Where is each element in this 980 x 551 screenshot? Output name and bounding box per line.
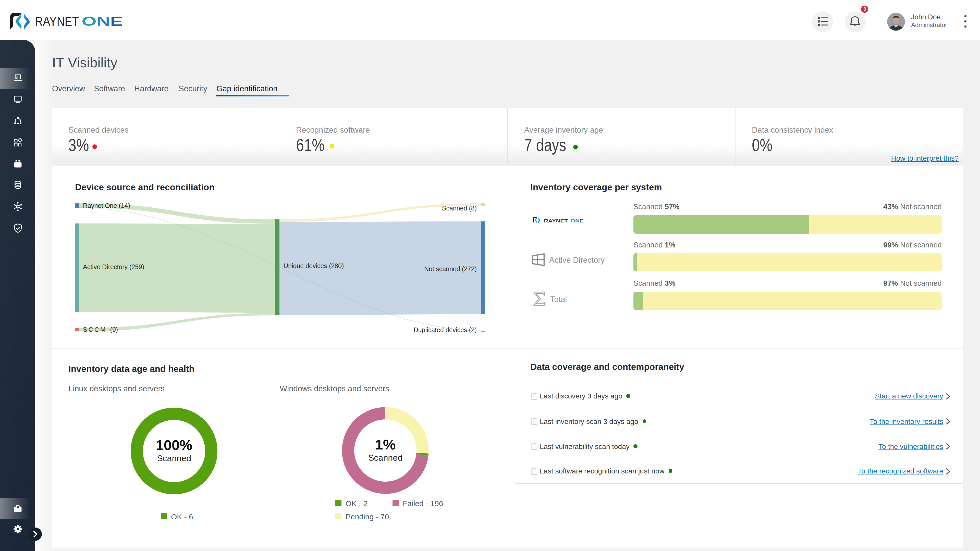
- svg-text:SCCM (9): SCCM (9): [83, 326, 118, 333]
- svg-text:ONE: ONE: [82, 14, 123, 29]
- svg-text:Active Directory (259): Active Directory (259): [83, 263, 144, 270]
- svg-text:Unique devices (280): Unique devices (280): [283, 262, 344, 269]
- svg-text:RAYNET: RAYNET: [35, 14, 79, 29]
- svg-text:ONE: ONE: [570, 218, 584, 224]
- svg-text:Duplicated devices (2): Duplicated devices (2): [414, 326, 477, 333]
- svg-text:Raynet One (14): Raynet One (14): [83, 202, 130, 209]
- svg-text:RAYNET: RAYNET: [544, 218, 568, 224]
- svg-text:Scanned (8): Scanned (8): [442, 205, 477, 212]
- svg-text:Not scanned (272): Not scanned (272): [424, 265, 477, 272]
